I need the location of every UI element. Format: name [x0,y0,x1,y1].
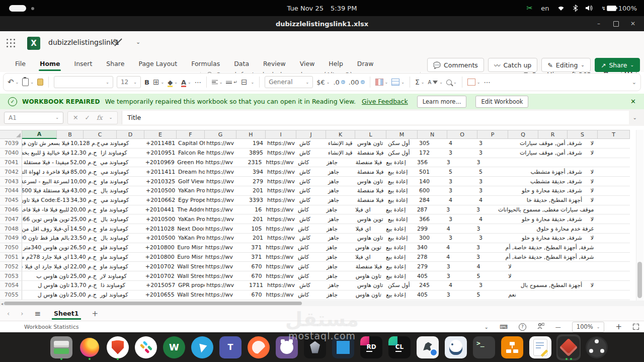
share-button[interactable]: ↗Share⌄ [595,58,640,72]
cell-amenities[interactable]: شرفة, أجهزة المطبخ, حديقة خاصة, أم [535,253,594,262]
cell-type[interactable]: فيلا منفصلة [355,149,386,158]
cell-num[interactable]: 7039 [0,139,22,148]
dock-app-postman[interactable] [247,334,271,360]
cell-type[interactable]: فيلا منفصلة [354,158,385,167]
cell-title[interactable]: لسرعة البيع - لسرعة البيع [22,177,70,186]
cell-payment[interactable]: كاش [295,224,325,233]
cell-type[interactable]: تاون هاوس [355,177,386,186]
cell-price[interactable]: ج.م 13,40 [70,253,99,262]
cell-flag[interactable]: لا [582,186,597,195]
give-feedback-link[interactable]: Give Feedback [362,98,408,105]
column-header-D[interactable]: D [117,130,144,139]
cell-phone[interactable]: +2010951 [144,149,177,158]
cell-beds[interactable]: 3 [445,262,475,271]
cell-listing_id[interactable]: 371 [235,243,265,252]
cell-agency[interactable]: YaKan Pro [177,214,205,224]
cell-price[interactable]: ج.م 12,30 [70,149,100,158]
name-box[interactable]: A1⌄ [4,112,63,124]
cell-payment[interactable]: كاش [296,214,326,224]
table-row[interactable]: 7041ميفيدا - فيلا مستقلةج.م 52,00كومباون… [0,158,630,168]
cell-status[interactable]: جاهز [326,214,355,224]
cell-price[interactable]: ج.م 10,128 [70,139,100,148]
cell-url2[interactable]: https://wv [266,234,296,243]
cell-title[interactable]: تاون هاوس ل [22,281,70,290]
cell-payment[interactable]: كاش [296,167,326,176]
cell-agency[interactable]: YaKan Pro [177,186,205,195]
column-header-G[interactable]: G [205,130,236,139]
cell-payment[interactable]: كاش [296,139,326,148]
cell-flag[interactable]: لا [582,177,597,186]
cell-listing_id[interactable]: 394 [236,167,266,176]
cell-url1[interactable]: https://wv [205,177,236,186]
format-painter-button[interactable] [37,79,43,86]
dock-app-telegram[interactable] [190,334,214,360]
cell-title[interactable]: توين هاوس توين 366م [22,214,70,224]
cell-amenities[interactable]: شرفة, أمن, موقف سيارات [538,149,582,158]
cell-baths[interactable]: 3 [477,139,508,148]
cell-area[interactable]: 287 [416,205,445,214]
ribbon-tab-review[interactable]: Review [256,56,293,71]
alignment-more-chevron-icon[interactable]: ⌄ [251,80,254,85]
table-row[interactable]: 7054تاون هاوس لج.م 13,70كومباوند ذا+2015… [0,281,630,291]
cell-payment[interactable]: كاش [295,205,325,214]
column-header-K[interactable]: K [326,130,355,139]
cell-area[interactable]: 405 [416,271,445,280]
cell-url2[interactable]: https://wv [264,205,295,214]
volume-icon[interactable] [586,5,593,11]
cell-status[interactable]: جاهز [325,291,354,300]
conditional-formatting-button[interactable]: ⌄ [375,79,388,86]
cell-beds[interactable]: 3 [447,234,477,243]
cell-url1[interactable]: https://wv [204,291,235,300]
cell-sale_type[interactable]: إعادة بيع [384,205,416,214]
number-format-select[interactable]: General⌄ [265,76,313,88]
find-button[interactable]: ⌄ [446,80,457,85]
dock-app-terminal[interactable]: >_ [472,334,496,360]
cell-payment[interactable]: كاش [296,234,326,243]
cell-num[interactable]: 7040 [0,149,22,158]
cell-listing_id[interactable]: 670 [235,291,265,300]
edit-workbook-button[interactable]: Edit Workbook [475,96,528,108]
column-header-J[interactable]: J [296,130,326,139]
ribbon-tab-insert[interactable]: Insert [67,56,99,71]
cell-compound[interactable]: كومباوند لور [99,291,144,300]
table-row[interactable]: 7053تاون هاوس بج.م 25,00كومباوند لار+201… [0,271,630,281]
cell-flag[interactable]: لا [582,196,597,205]
font-size-select[interactable]: 12⌄ [117,76,141,88]
cell-status[interactable]: جاهز [325,253,354,262]
cell-listing_id[interactable]: 194 [236,139,266,148]
ribbon-tab-formulas[interactable]: Formulas [184,56,227,71]
learn-more-button[interactable]: Learn more... [417,96,467,108]
cell-listing_id[interactable]: 201 [236,234,266,243]
cell-url1[interactable]: https://wv [204,243,235,252]
cell-sale_type[interactable]: إعادة بيع [386,214,418,224]
cell-baths[interactable]: 5 [475,291,506,300]
cell-compound[interactable]: كومباوند فلو [99,243,144,252]
dock-app-firefox[interactable] [77,334,102,360]
cell-title[interactable]: توين هاوس 340متر تشد [22,243,70,252]
cell-num[interactable]: 7041 [0,158,22,167]
banner-close-icon[interactable]: ✕ [630,98,636,105]
cell-title[interactable]: تاون هاوس ل [22,291,70,300]
add-sheet-icon[interactable]: + [92,309,99,318]
cell-num[interactable]: 7044 [0,186,22,195]
cell-price[interactable]: ج.م 26,50 [70,243,99,252]
cell-listing_id[interactable]: 201 [236,186,266,195]
cell-url2[interactable]: https://wv [266,214,296,224]
cell-price[interactable]: ج.م 43,00 [70,186,100,195]
dock-app-office[interactable] [556,334,581,360]
all-sheets-menu-icon[interactable]: ≡ [34,309,41,318]
cell-num[interactable]: 7045 [0,196,22,205]
table-row[interactable]: 7052اي فيلا جارد اي فيلا جاردج.م 22,00كو… [0,262,630,271]
cell-q[interactable]: نعم [506,291,536,300]
cancel-entry-icon[interactable]: ✕ [73,114,78,121]
cell-flag[interactable]: لا [582,167,597,176]
cell-phone[interactable]: +2010702 [144,271,176,280]
cell-num[interactable]: 7051 [0,253,22,262]
borders-button[interactable]: ⊞⌄ [153,78,164,87]
column-header-P[interactable]: P [477,130,508,139]
comments-button[interactable]: 💬Comments [427,58,484,72]
cell-compound[interactable]: كومباوند بال [100,234,144,243]
cell-payment[interactable]: كاش [295,262,325,271]
cell-status[interactable]: جاهز [326,177,355,186]
cell-price[interactable]: ج.م 20,00 [70,205,99,214]
